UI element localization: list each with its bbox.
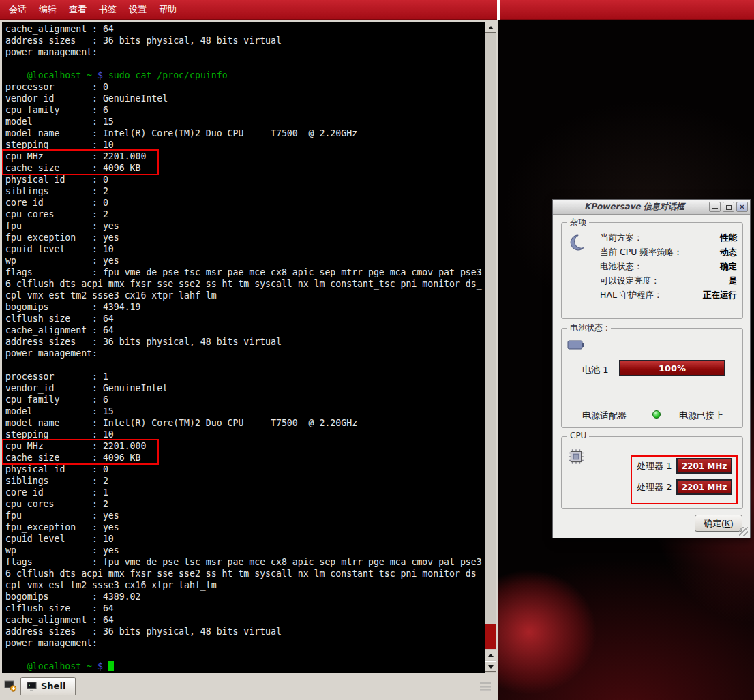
redacted-username	[5, 661, 27, 671]
misc-label: 当前方案：	[600, 232, 643, 244]
group-misc-title: 杂项	[567, 217, 589, 228]
terminal-line: cpu MHz : 2201.000	[5, 151, 485, 162]
ok-button[interactable]: 确定(K)	[695, 515, 742, 532]
cpu-row: 处理器 12201 MHz	[637, 458, 732, 474]
terminal-line: cache size : 4096 KB	[5, 162, 485, 174]
menu-item-4[interactable]: 设置	[123, 1, 153, 18]
misc-value: 性能	[720, 232, 737, 244]
terminal-line: physical id : 0	[5, 463, 485, 475]
misc-value: 正在运行	[703, 290, 737, 301]
terminal-line: clflush size : 64	[5, 603, 485, 614]
cpu-frequency-value: 2201 MHz	[682, 461, 727, 471]
processor-label: 处理器 2	[637, 481, 674, 493]
misc-row: 当前方案：性能	[600, 231, 737, 245]
misc-rows: 当前方案：性能当前 CPU 频率策略：动态电池状态：确定可以设定亮度：是HAL …	[600, 231, 737, 303]
terminal-line: fpu : yes	[5, 510, 485, 521]
misc-label: 电池状态：	[600, 261, 643, 273]
terminal-scrollbar[interactable]	[485, 22, 496, 673]
session-list-button[interactable]	[477, 678, 494, 695]
cpu-icon	[567, 448, 585, 468]
kpowersave-icon	[567, 234, 585, 254]
terminal-line: cpu family : 6	[5, 104, 485, 116]
terminal-line: address sizes : 36 bits physical, 48 bit…	[5, 336, 485, 348]
right-window-titlebar[interactable]	[500, 0, 754, 20]
new-session-button[interactable]	[2, 678, 18, 694]
terminal-line: wp : yes	[5, 545, 485, 556]
group-battery: 电池状态 : 电池 1 100% 电源适配器 电源已接上	[561, 328, 743, 428]
scroll-up-button[interactable]	[485, 22, 496, 33]
terminal-line: vendor_id : GenuineIntel	[5, 382, 485, 394]
redacted-username	[5, 70, 27, 80]
terminal-line: flags : fpu vme de pse tsc msr pae mce c…	[5, 556, 485, 568]
minimize-button[interactable]	[709, 202, 721, 212]
misc-label: 可以设定亮度：	[600, 275, 660, 287]
dialog-titlebar[interactable]: KPowersave 信息对话框 ✕	[553, 200, 750, 215]
tab-label: Shell	[41, 681, 65, 691]
terminal-line: cpuid level : 10	[5, 533, 485, 545]
terminal-line: siblings : 2	[5, 185, 485, 197]
terminal-screen[interactable]: cache_alignment : 64address sizes : 36 b…	[2, 22, 485, 673]
terminal-line: power management:	[5, 637, 485, 649]
menu-item-2[interactable]: 查看	[63, 1, 93, 18]
dialog-title: KPowersave 信息对话框	[553, 201, 709, 213]
terminal-line: stepping : 10	[5, 139, 485, 151]
terminal-line: flags : fpu vme de pse tsc msr pae mce c…	[5, 267, 485, 278]
terminal-window: cache_alignment : 64address sizes : 36 b…	[0, 20, 498, 675]
menu-item-0[interactable]: 会话	[3, 1, 33, 18]
terminal-line: processor : 0	[5, 81, 485, 93]
terminal-cursor	[108, 661, 114, 671]
terminal-line: cpu MHz : 2201.000	[5, 440, 485, 452]
terminal-line: cpl vmx est tm2 ssse3 cx16 xtpr lahf_lm	[5, 579, 485, 591]
terminal-line: core id : 1	[5, 487, 485, 498]
maximize-button[interactable]	[723, 202, 734, 212]
minimize-icon	[712, 208, 718, 209]
menu-item-5[interactable]: 帮助	[153, 1, 183, 18]
new-session-icon	[3, 679, 17, 693]
terminal-line: address sizes : 36 bits physical, 48 bit…	[5, 35, 485, 46]
group-battery-title: 电池状态 :	[567, 322, 611, 334]
arrow-up-icon	[488, 654, 494, 657]
misc-value: 确定	[720, 261, 737, 273]
terminal-line: power management:	[5, 348, 485, 359]
terminal-tabbar: Shell	[0, 675, 498, 700]
terminal-line: cpu cores : 2	[5, 209, 485, 220]
terminal-line: cache size : 4096 KB	[5, 452, 485, 463]
menu-item-1[interactable]: 编辑	[33, 1, 63, 18]
terminal-line: 6 clflush dts acpi mmx fxsr sse sse2 ss …	[5, 278, 485, 290]
tab-shell[interactable]: Shell	[20, 677, 76, 695]
misc-row: 当前 CPU 频率策略：动态	[600, 245, 737, 260]
power-adapter-led-icon	[652, 410, 661, 419]
misc-label: 当前 CPU 频率策略：	[600, 247, 682, 258]
cpu-frequency-bar: 2201 MHz	[676, 479, 732, 495]
terminal-line: cpuid level : 10	[5, 243, 485, 255]
adapter-status: 电源已接上	[679, 410, 723, 422]
scroll-up-button-bottom[interactable]	[485, 650, 496, 660]
group-misc: 杂项 当前方案：性能当前 CPU 频率策略：动态电池状态：确定可以设定亮度：是H…	[561, 222, 743, 319]
menu-item-3[interactable]: 书签	[93, 1, 123, 18]
terminal-line: fpu : yes	[5, 220, 485, 232]
resize-grip[interactable]	[739, 527, 748, 536]
terminal-line: clflush size : 64	[5, 313, 485, 324]
terminal-line: cache_alignment : 64	[5, 324, 485, 336]
kpowersave-dialog: KPowersave 信息对话框 ✕ 杂项 当前方案：性能当前 CPU 频率策略…	[552, 199, 751, 538]
arrow-down-icon	[488, 665, 494, 669]
cpu-frequency-bar: 2201 MHz	[676, 458, 732, 474]
misc-row: 可以设定亮度：是	[600, 274, 737, 288]
terminal-output: cache_alignment : 64address sizes : 36 b…	[5, 23, 485, 672]
terminal-line: core id : 0	[5, 197, 485, 209]
cpu-frequency-value: 2201 MHz	[682, 483, 727, 492]
terminal-line: physical id : 0	[5, 174, 485, 185]
terminal-line: wp : yes	[5, 255, 485, 267]
terminal-line: cpu cores : 2	[5, 498, 485, 510]
close-button[interactable]: ✕	[736, 202, 748, 212]
misc-value: 动态	[720, 247, 737, 258]
scrollbar-red-marker	[485, 624, 496, 649]
terminal-line: model name : Intel(R) Core(TM)2 Duo CPU …	[5, 127, 485, 139]
scroll-down-button[interactable]	[485, 661, 496, 672]
terminal-line: address sizes : 36 bits physical, 48 bit…	[5, 626, 485, 637]
misc-row: 电池状态：确定	[600, 260, 737, 274]
terminal-menubar: 会话编辑查看书签设置帮助	[0, 0, 497, 20]
terminal-icon	[27, 682, 37, 691]
terminal-line	[5, 359, 485, 371]
session-list-icon	[479, 680, 492, 693]
